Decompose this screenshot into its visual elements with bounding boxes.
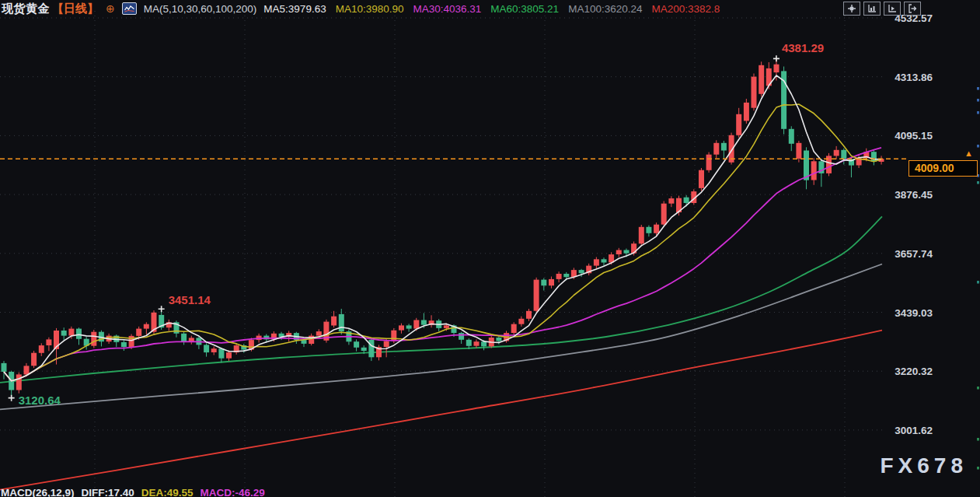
candle-body	[354, 341, 359, 348]
candle-body	[68, 329, 74, 336]
candle-body	[639, 227, 644, 244]
price-annotation: 4381.29	[782, 41, 824, 54]
macd-dea-value: DEA:49.55	[141, 487, 194, 497]
price-annotation: 3451.14	[169, 293, 211, 306]
extreme-cross-marker	[159, 306, 165, 312]
candle-body	[406, 325, 412, 328]
candle-body	[226, 352, 232, 359]
ma-value-label: MA60:3805.21	[490, 3, 559, 15]
watermark: FX678	[881, 453, 968, 478]
candle-body	[384, 341, 389, 348]
pan-tool-icon[interactable]	[843, 2, 860, 16]
price-up-arrow: ▲	[964, 149, 973, 157]
candle-body	[61, 331, 67, 336]
candle-body	[721, 143, 727, 151]
candle-body	[121, 342, 127, 347]
ma-line-ma5	[4, 75, 881, 381]
candle-body	[204, 345, 209, 352]
candle-body	[602, 259, 607, 262]
ma-line-ma200	[0, 331, 882, 490]
axis-tick-label: 3876.45	[886, 189, 933, 201]
chart-type-icon[interactable]	[122, 2, 137, 15]
macd-value: MACD:-46.29	[201, 487, 265, 497]
candle-body	[368, 340, 374, 358]
trading-chart-app: 现货黄金 【日线】 ⊕ MA(5,10,30,60,100,200) MA5:3…	[0, 0, 980, 497]
macd-diff-value: DIFF:17.40	[82, 487, 134, 497]
candle-body	[811, 161, 817, 180]
candle-body	[309, 336, 314, 344]
edge-mark	[977, 87, 979, 90]
edge-mark	[977, 281, 979, 284]
candle-body	[526, 311, 532, 319]
candle-body	[46, 339, 51, 345]
candle-body	[556, 274, 562, 279]
candle-body	[2, 363, 7, 372]
candle-body	[631, 243, 636, 254]
ma-value-label: MA10:3980.90	[336, 3, 404, 15]
macd-pane-header: MACD(26,12,9) DIFF:17.40 DEA:49.55 MACD:…	[1, 487, 265, 497]
candle-body	[796, 143, 801, 159]
ma-value-label: MA5:3979.63	[263, 3, 326, 15]
candle-body	[661, 204, 667, 225]
candlestick-chart[interactable]	[0, 0, 980, 497]
axis-tick-label: 3220.32	[886, 366, 933, 377]
candle-body	[534, 280, 539, 311]
candle-body	[684, 198, 689, 203]
candle-body	[144, 324, 149, 329]
current-price-tag: 4009.00	[909, 160, 978, 177]
candle-body	[541, 280, 546, 286]
ma-value-label: MA100:3620.24	[568, 3, 642, 15]
ma-value-label: MA200:3382.8	[651, 3, 720, 15]
candle-body	[789, 129, 794, 144]
candle-body	[624, 250, 630, 254]
edge-mark	[977, 145, 979, 148]
candle-body	[706, 155, 712, 170]
candle-body	[871, 152, 877, 162]
chart-header: 现货黄金 【日线】 ⊕ MA(5,10,30,60,100,200) MA5:3…	[2, 0, 980, 17]
ma-values: MA5:3979.63MA10:3980.90MA30:4036.31MA60:…	[263, 3, 720, 15]
candle-body	[752, 77, 757, 108]
candle-body	[511, 324, 517, 333]
candle-body	[91, 332, 96, 346]
axis-tick-label: 3001.62	[886, 424, 933, 436]
candle-body	[466, 340, 472, 346]
right-scale-tool-icon[interactable]	[884, 2, 901, 16]
edge-mark	[977, 99, 979, 102]
candle-body	[774, 65, 779, 72]
candle-body	[136, 329, 141, 336]
axis-tick-label: 4313.86	[886, 71, 933, 82]
candle-body	[474, 341, 480, 346]
candle-body	[668, 198, 674, 204]
candle-body	[481, 341, 487, 346]
ma-value-label: MA30:4036.31	[413, 3, 481, 15]
candle-body	[218, 348, 224, 359]
candle-body	[579, 270, 584, 273]
price-annotation: 3120.64	[19, 394, 61, 407]
candle-body	[211, 348, 217, 352]
candle-body	[421, 320, 427, 325]
edge-mark	[977, 181, 979, 184]
ma-settings-label: MA(5,10,30,60,100,200)	[144, 3, 257, 15]
macd-settings-label: MACD(26,12,9)	[1, 487, 75, 497]
ma-line-ma30	[4, 148, 881, 381]
candle-body	[841, 150, 846, 159]
candle-body	[616, 250, 622, 255]
axis-tick-label: 3439.03	[886, 306, 933, 318]
edge-mark	[977, 467, 979, 470]
candle-body	[361, 348, 367, 351]
candle-body	[563, 274, 569, 277]
candle-body	[331, 317, 337, 326]
add-compare-icon[interactable]: ⊕	[106, 3, 115, 14]
candle-body	[549, 279, 554, 285]
candle-body	[736, 114, 741, 135]
axis-tick-label: 3657.74	[886, 247, 933, 259]
candle-body	[391, 331, 396, 341]
candle-body	[316, 331, 322, 336]
candle-body	[39, 345, 44, 353]
candle-body	[699, 170, 704, 188]
detach-pane-tool-icon[interactable]	[904, 2, 921, 16]
candle-body	[594, 259, 599, 265]
extreme-cross-marker	[9, 395, 15, 401]
chart-toolbar	[843, 2, 921, 16]
left-scale-tool-icon[interactable]	[863, 2, 881, 16]
